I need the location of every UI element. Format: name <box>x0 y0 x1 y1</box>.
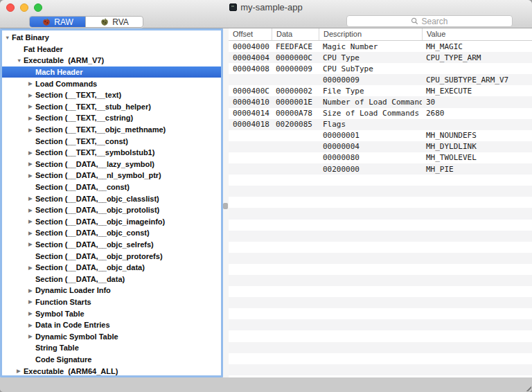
sidebar-item[interactable]: ▶Section (__DATA,__objc_classlist) <box>2 193 221 204</box>
disclosure-collapsed-icon[interactable]: ▶ <box>28 241 35 247</box>
sidebar-item[interactable]: ▶Symbol Table <box>2 308 221 319</box>
table-row[interactable]: 00200000MH_PIE <box>229 163 532 175</box>
disclosure-expanded-icon[interactable]: ▼ <box>5 35 12 41</box>
sidebar-item[interactable]: Section (__DATA,__objc_protorefs) <box>2 250 221 262</box>
disclosure-collapsed-icon[interactable]: ▶ <box>28 195 35 202</box>
segment-rva[interactable]: RVA <box>85 17 143 27</box>
cell-value: MH_TWOLEVEL <box>422 153 532 162</box>
close-button[interactable] <box>6 3 15 12</box>
sidebar-item[interactable]: ▶Section (__TEXT,__symbolstub1) <box>2 147 221 159</box>
column-header-description[interactable]: Description <box>319 28 422 40</box>
sidebar-item[interactable]: ▶Executable (ARM64_ALL) <box>2 365 221 377</box>
cell-offset: 0000400C <box>229 87 272 96</box>
disclosure-collapsed-icon[interactable]: ▶ <box>17 368 24 374</box>
table-row[interactable]: 00004000FEEDFACEMagic NumberMH_MAGIC <box>229 41 532 52</box>
sidebar-item[interactable]: ▶Section (__TEXT,__objc_methname) <box>2 124 221 136</box>
sidebar-item[interactable]: ▶Function Starts <box>2 296 221 308</box>
sidebar-item[interactable]: Fat Header <box>2 44 221 55</box>
sidebar-item-label: Section (__DATA,__objc_protorefs) <box>35 252 163 260</box>
sidebar-item[interactable]: ▶Data in Code Entries <box>2 319 221 331</box>
table-row[interactable]: 00000080MH_TWOLEVEL <box>229 152 532 163</box>
resize-grip-icon[interactable] <box>526 386 531 391</box>
sidebar-item[interactable]: ▶Section (__DATA,__objc_imageinfo) <box>2 216 221 228</box>
sidebar-item[interactable]: Section (__TEXT,__const) <box>2 135 221 147</box>
disclosure-expanded-icon[interactable]: ▼ <box>17 57 24 64</box>
cell-description: CPU Type <box>319 53 422 62</box>
sidebar-item[interactable]: ▼Executable (ARM_V7) <box>2 55 221 66</box>
table-row[interactable]: 0000401400000A78Size of Load Commands268… <box>229 108 532 119</box>
cell-description: File Type <box>319 87 422 96</box>
column-header-offset[interactable]: Offset <box>229 28 272 40</box>
sidebar-item[interactable]: ▶Section (__TEXT,__stub_helper) <box>2 101 221 113</box>
table-row[interactable]: 00000009CPU_SUBTYPE_ARM_V7 <box>229 74 532 85</box>
disclosure-collapsed-icon[interactable]: ▶ <box>28 207 35 213</box>
disclosure-collapsed-icon[interactable]: ▶ <box>28 333 35 339</box>
table-row[interactable]: 0000401800200085Flags <box>229 119 532 130</box>
disclosure-collapsed-icon[interactable]: ▶ <box>28 80 35 87</box>
raw-rva-segmented-control: RAW RVA <box>29 16 143 28</box>
table-row[interactable]: 00000004MH_DYLDLINK <box>229 141 532 152</box>
sidebar-item-label: Section (__TEXT,__symbolstub1) <box>35 148 154 157</box>
sidebar-item[interactable]: ▶Section (__DATA,__objc_data) <box>2 262 221 274</box>
cell-value: MH_MAGIC <box>422 42 532 51</box>
disclosure-collapsed-icon[interactable]: ▶ <box>28 150 35 156</box>
segment-raw[interactable]: RAW <box>30 17 85 27</box>
cell-offset: 00004000 <box>229 42 272 51</box>
disclosure-collapsed-icon[interactable]: ▶ <box>28 172 35 179</box>
sidebar-item[interactable]: Code Signature <box>2 354 221 366</box>
sidebar-item-label: Section (__DATA,__objc_imageinfo) <box>35 217 165 226</box>
cell-data: 00200085 <box>272 120 319 129</box>
sidebar-item[interactable]: ▶Load Commands <box>2 78 221 89</box>
sidebar-item[interactable]: ▶Section (__DATA,__objc_protolist) <box>2 204 221 216</box>
search-input[interactable]: Search <box>346 15 513 27</box>
sidebar-item-label: Section (__DATA,__objc_selrefs) <box>35 240 154 249</box>
sidebar-item[interactable]: Section (__DATA,__const) <box>2 181 221 193</box>
cell-value: CPU_TYPE_ARM <box>422 53 532 62</box>
column-header-data[interactable]: Data <box>272 28 319 40</box>
split-divider[interactable] <box>223 28 229 377</box>
sidebar-item[interactable]: ▶Section (__DATA,__nl_symbol_ptr) <box>2 170 221 181</box>
disclosure-collapsed-icon[interactable]: ▶ <box>28 299 35 305</box>
disclosure-collapsed-icon[interactable]: ▶ <box>28 218 35 224</box>
sidebar-item[interactable]: String Table <box>2 342 221 354</box>
divider-grip-icon[interactable] <box>223 203 228 209</box>
cell-description: 00000001 <box>319 131 422 140</box>
disclosure-collapsed-icon[interactable]: ▶ <box>28 287 35 294</box>
disclosure-collapsed-icon[interactable]: ▶ <box>28 265 35 271</box>
sidebar-item[interactable]: ▶Section (__DATA,__objc_const) <box>2 227 221 239</box>
disclosure-collapsed-icon[interactable]: ▶ <box>28 310 35 317</box>
sidebar-item-label: Section (__DATA,__objc_protolist) <box>35 206 159 214</box>
column-header-value[interactable]: Value <box>422 28 532 40</box>
cell-value: CPU_SUBTYPE_ARM_V7 <box>422 75 532 84</box>
sidebar-item[interactable]: ▶Section (__TEXT,__cstring) <box>2 112 221 124</box>
sidebar-item[interactable]: ▶Dynamic Loader Info <box>2 285 221 296</box>
disclosure-collapsed-icon[interactable]: ▶ <box>28 103 35 109</box>
table-row[interactable]: 00000001MH_NOUNDEFS <box>229 130 532 141</box>
titlebar[interactable]: my-sample-app <box>0 0 532 15</box>
sidebar-item-label: Fat Binary <box>12 33 49 42</box>
table-row-empty <box>229 330 532 341</box>
table-row[interactable]: 0000400800000009CPU SubType <box>229 63 532 74</box>
table-row-empty <box>229 286 532 297</box>
table-row[interactable]: 000040100000001ENumber of Load Commands3… <box>229 96 532 107</box>
sidebar-item[interactable]: ▶Section (__TEXT,__text) <box>2 89 221 101</box>
segment-raw-label: RAW <box>54 17 73 27</box>
disclosure-collapsed-icon[interactable]: ▶ <box>28 161 35 167</box>
table-row-empty <box>229 253 532 264</box>
sidebar-item[interactable]: ▶Section (__DATA,__objc_selrefs) <box>2 239 221 251</box>
disclosure-collapsed-icon[interactable]: ▶ <box>28 92 35 98</box>
zoom-button[interactable] <box>34 3 42 12</box>
disclosure-collapsed-icon[interactable]: ▶ <box>28 230 35 236</box>
sidebar-item[interactable]: Section (__DATA,__data) <box>2 273 221 285</box>
sidebar-item[interactable]: ▶Section (__DATA,__lazy_symbol) <box>2 159 221 170</box>
disclosure-collapsed-icon[interactable]: ▶ <box>28 127 35 133</box>
sidebar-item[interactable]: ▼Fat Binary <box>2 32 221 44</box>
minimize-button[interactable] <box>20 3 28 12</box>
sidebar-item[interactable]: ▶Dynamic Symbol Table <box>2 330 221 342</box>
table-row[interactable]: 000040040000000CCPU TypeCPU_TYPE_ARM <box>229 52 532 63</box>
disclosure-collapsed-icon[interactable]: ▶ <box>28 322 35 328</box>
sidebar-item[interactable]: Mach Header <box>2 66 221 78</box>
disclosure-collapsed-icon[interactable]: ▶ <box>28 115 35 121</box>
table-row[interactable]: 0000400C00000002File TypeMH_EXECUTE <box>229 85 532 96</box>
cell-value: 30 <box>422 98 532 107</box>
